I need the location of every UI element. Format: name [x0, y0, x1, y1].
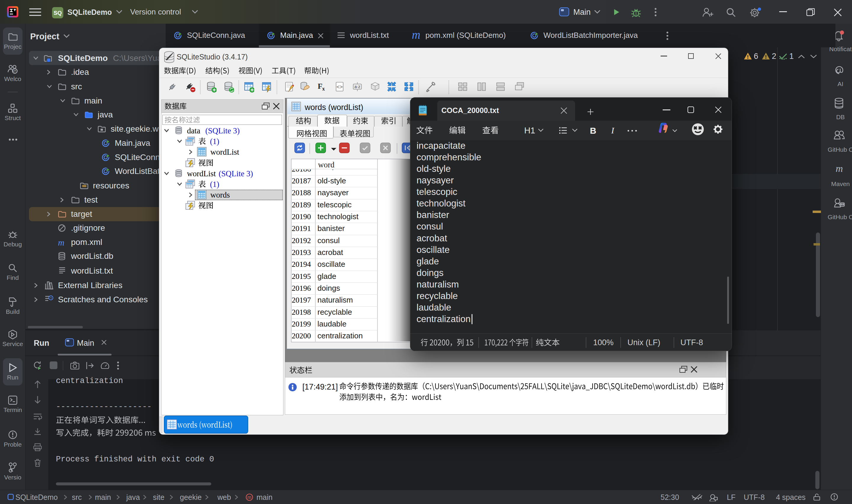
svg-text:m: m — [836, 164, 843, 173]
svg-text:?: ? — [14, 69, 16, 73]
svg-text:m: m — [247, 495, 251, 500]
svg-text:<>: <> — [337, 84, 343, 90]
svg-text:x: x — [322, 86, 325, 92]
svg-text:SQ: SQ — [54, 10, 61, 16]
svg-text:a·z: a·z — [355, 84, 360, 89]
svg-text:F: F — [318, 82, 323, 90]
